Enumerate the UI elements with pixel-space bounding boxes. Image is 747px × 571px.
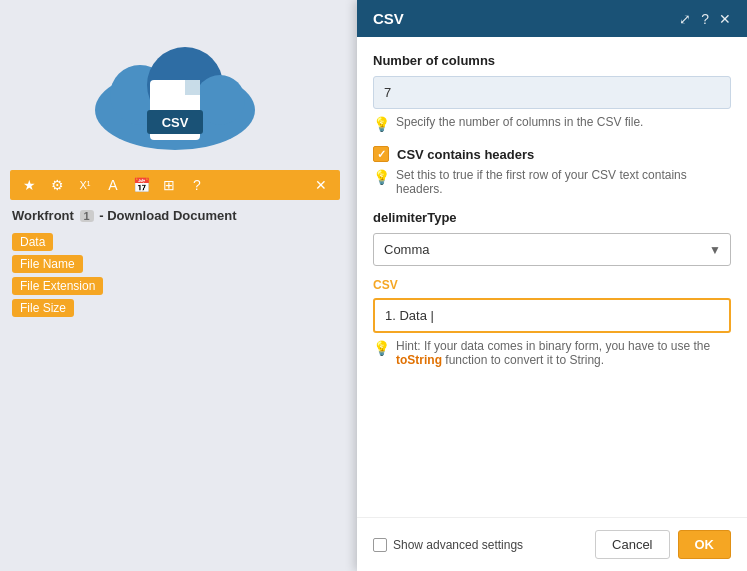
- num-columns-label: Number of columns: [373, 53, 731, 68]
- expand-icon[interactable]: ⤢: [679, 11, 691, 27]
- show-advanced-section: Show advanced settings: [373, 538, 523, 552]
- output-tags: Data File Name File Extension File Size: [10, 233, 340, 317]
- modal-header-icons: ⤢ ? ✕: [679, 11, 731, 27]
- csv-headers-section: CSV contains headers 💡 Set this to true …: [373, 146, 731, 196]
- help-icon[interactable]: ?: [186, 174, 208, 196]
- csv-headers-hint-row: 💡 Set this to true if the first row of y…: [373, 168, 731, 196]
- delimiter-label: delimiterType: [373, 210, 731, 225]
- toolbar: ★ ⚙ X¹ A 📅 ⊞ ? ✕: [10, 170, 340, 200]
- csv-hint-text: Hint: If your data comes in binary form,…: [396, 339, 731, 367]
- csv-input-wrapper: [373, 298, 731, 333]
- gear-icon[interactable]: ⚙: [46, 174, 68, 196]
- delimiter-section: delimiterType Comma Semicolon Tab Pipe ▼: [373, 210, 731, 266]
- modal-header: CSV ⤢ ? ✕: [357, 0, 747, 37]
- illustration-area: CSV: [10, 10, 340, 170]
- footer-buttons: Cancel OK: [595, 530, 731, 559]
- star-icon[interactable]: ★: [18, 174, 40, 196]
- num-columns-input[interactable]: [373, 76, 731, 109]
- node-badge: 1: [80, 210, 94, 222]
- close-icon[interactable]: ✕: [310, 174, 332, 196]
- ok-button[interactable]: OK: [678, 530, 732, 559]
- csv-headers-hint: Set this to true if the first row of you…: [396, 168, 731, 196]
- superscript-icon[interactable]: X¹: [74, 174, 96, 196]
- modal-footer: Show advanced settings Cancel OK: [357, 517, 747, 571]
- modal-panel: CSV ⤢ ? ✕ Number of columns 💡 Specify th…: [357, 0, 747, 571]
- num-columns-section: Number of columns 💡 Specify the number o…: [373, 53, 731, 132]
- tag-filesize: File Size: [12, 299, 74, 317]
- calendar-icon[interactable]: 📅: [130, 174, 152, 196]
- delimiter-select[interactable]: Comma Semicolon Tab Pipe: [373, 233, 731, 266]
- csv-headers-checkbox[interactable]: [373, 146, 389, 162]
- csv-headers-row: CSV contains headers: [373, 146, 731, 162]
- close-modal-icon[interactable]: ✕: [719, 11, 731, 27]
- csv-input[interactable]: [373, 298, 731, 333]
- tag-filename: File Name: [12, 255, 83, 273]
- bulb-icon: 💡: [373, 116, 390, 132]
- num-columns-hint: Specify the number of columns in the CSV…: [396, 115, 643, 129]
- node-title: Workfront 1 - Download Document: [10, 208, 340, 223]
- advanced-checkbox[interactable]: [373, 538, 387, 552]
- tag-data: Data: [12, 233, 53, 251]
- show-advanced-label: Show advanced settings: [393, 538, 523, 552]
- svg-rect-6: [185, 80, 200, 95]
- delimiter-select-wrapper: Comma Semicolon Tab Pipe ▼: [373, 233, 731, 266]
- svg-text:CSV: CSV: [162, 115, 189, 130]
- help-modal-icon[interactable]: ?: [701, 11, 709, 27]
- csv-input-section: CSV 💡 Hint: If your data comes in binary…: [373, 278, 731, 367]
- csv-cloud-illustration: CSV: [75, 25, 275, 155]
- num-columns-hint-row: 💡 Specify the number of columns in the C…: [373, 115, 731, 132]
- text-icon[interactable]: A: [102, 174, 124, 196]
- tag-extension: File Extension: [12, 277, 103, 295]
- grid-icon[interactable]: ⊞: [158, 174, 180, 196]
- bulb-headers-icon: 💡: [373, 169, 390, 185]
- left-panel: CSV ★ ⚙ X¹ A 📅 ⊞ ? ✕ Workfront 1 - Downl…: [0, 0, 350, 571]
- modal-body: Number of columns 💡 Specify the number o…: [357, 37, 747, 517]
- to-string-link[interactable]: toString: [396, 353, 442, 367]
- modal-title: CSV: [373, 10, 404, 27]
- cancel-button[interactable]: Cancel: [595, 530, 669, 559]
- csv-section-label: CSV: [373, 278, 731, 292]
- csv-hint-row: 💡 Hint: If your data comes in binary for…: [373, 339, 731, 367]
- csv-headers-label: CSV contains headers: [397, 147, 534, 162]
- bulb-csv-icon: 💡: [373, 340, 390, 356]
